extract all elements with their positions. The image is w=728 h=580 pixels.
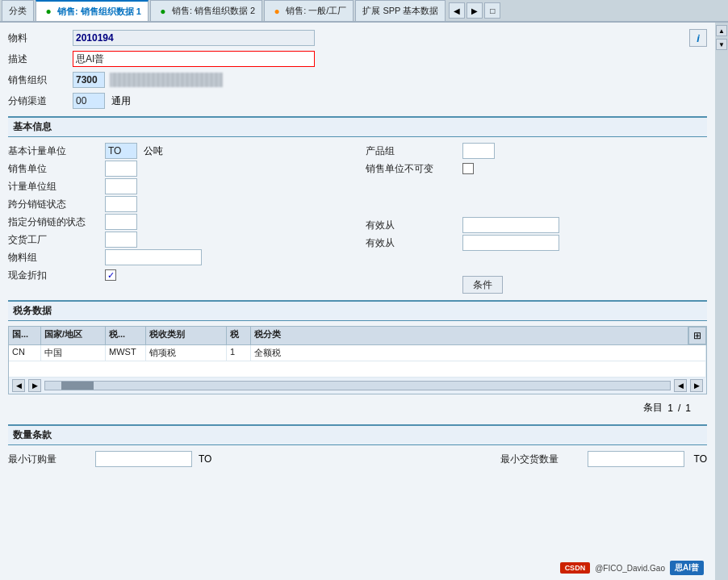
base-unit-label: 基本计量单位 xyxy=(8,144,105,158)
tab-salesplant[interactable]: ● 销售: 一般/工厂 xyxy=(264,0,354,21)
col-tax-code-header: 税... xyxy=(106,327,146,344)
cross-chain-field xyxy=(105,196,349,212)
entry-current: 1 xyxy=(667,403,673,414)
condition-button[interactable]: 条件 xyxy=(462,276,503,294)
scroll-up-btn[interactable]: ▲ xyxy=(716,25,727,36)
valid-from1-input[interactable] xyxy=(462,217,559,233)
product-group-row: 产品组 xyxy=(366,142,707,160)
tax-table-container: 国... 国家/地区 税... 税收类别 税 税分类 ⊞ CN 中国 MWST … xyxy=(8,326,707,394)
delivery-plant-label: 交货工厂 xyxy=(8,233,105,247)
channel-input[interactable] xyxy=(73,93,105,109)
unit-group-field xyxy=(105,178,349,194)
sales-unit-field xyxy=(105,161,349,177)
watermark: CSDN @FICO_David.Gao 思AI普 xyxy=(560,561,704,575)
min-order-input[interactable] xyxy=(95,451,192,467)
tab-next-btn[interactable]: ▶ xyxy=(467,2,483,19)
main-content: 物料 i 描述 销售组织 分销渠道 通用 xyxy=(0,23,715,580)
delivery-plant-input[interactable] xyxy=(105,232,137,248)
sales-unit-row: 销售单位 xyxy=(8,160,349,177)
tax-scrollbar-h[interactable] xyxy=(44,381,671,390)
product-group-input[interactable] xyxy=(462,143,495,159)
entry-total: 1 xyxy=(685,403,691,414)
tax-cell-country-name: 中国 xyxy=(41,345,106,361)
entry-label: 条目 xyxy=(643,401,663,415)
tax-h-nav-right-btn[interactable]: ▶ xyxy=(690,379,703,392)
sales-unit-fixed-checkbox[interactable] xyxy=(462,163,474,174)
tab-spp[interactable]: 扩展 SPP 基本数据 xyxy=(355,0,446,21)
base-unit-row: 基本计量单位 公吨 xyxy=(8,142,349,160)
scroll-down-btn[interactable]: ▼ xyxy=(716,39,727,50)
watermark-logo: CSDN xyxy=(560,562,591,574)
tax-scroll-thumb xyxy=(61,382,94,390)
min-delivery-input[interactable] xyxy=(588,451,684,467)
material-row: 物料 i xyxy=(8,29,707,47)
tax-table-row-empty xyxy=(9,361,706,378)
base-unit-suffix: 公吨 xyxy=(144,144,163,158)
basic-info-section-header: 基本信息 xyxy=(8,116,707,137)
col-tax-class-header: 税分类 xyxy=(251,327,688,344)
desc-input[interactable] xyxy=(73,51,315,67)
designated-chain-field xyxy=(105,214,349,230)
designated-chain-label: 指定分销链的状态 xyxy=(8,215,105,229)
tab-prev-btn[interactable]: ◀ xyxy=(449,2,465,19)
info-button[interactable]: i xyxy=(689,29,707,47)
tax-section-header: 税务数据 xyxy=(8,300,707,321)
tax-cell-tax-rate: 1 xyxy=(227,345,251,361)
tax-h-nav-left-btn[interactable]: ◀ xyxy=(674,379,687,392)
tax-nav-right-btn[interactable]: ▶ xyxy=(28,379,41,392)
tax-table-header: 国... 国家/地区 税... 税收类别 税 税分类 ⊞ xyxy=(9,327,706,345)
col-tax-category-header: 税收类别 xyxy=(146,327,227,344)
cross-chain-row: 跨分销链状态 xyxy=(8,195,349,213)
delivery-plant-row: 交货工厂 xyxy=(8,231,349,248)
delivery-plant-field xyxy=(105,232,349,248)
designated-chain-input[interactable] xyxy=(105,214,137,230)
min-order-label: 最小订购量 xyxy=(8,453,89,466)
tab-sales1[interactable]: ● 销售: 销售组织数据 1 xyxy=(36,0,149,21)
valid-from2-row: 有效从 xyxy=(366,234,707,252)
tab-sales1-icon: ● xyxy=(43,6,54,17)
product-group-label: 产品组 xyxy=(366,144,462,158)
valid-from2-label: 有效从 xyxy=(366,236,462,250)
channel-desc: 通用 xyxy=(111,94,131,108)
valid-from1-field xyxy=(462,217,707,233)
material-input[interactable] xyxy=(73,30,315,46)
qty-section-header: 数量条款 xyxy=(8,424,707,445)
tax-nav-left-btn[interactable]: ◀ xyxy=(12,379,25,392)
material-group-input[interactable] xyxy=(105,249,202,265)
tab-bar: 分类 ● 销售: 销售组织数据 1 ● 销售: 销售组织数据 2 ● 销售: 一… xyxy=(0,0,728,23)
right-scrollbar: ▲ ▼ xyxy=(715,23,728,580)
sales-unit-fixed-field xyxy=(462,163,707,174)
valid-from2-field xyxy=(462,235,707,251)
col-tax-rate-header: 税 xyxy=(227,327,251,344)
tax-cell-tax-class: 全额税 xyxy=(251,345,706,361)
tab-salesplant-label: 销售: 一般/工厂 xyxy=(286,5,346,17)
cross-chain-input[interactable] xyxy=(105,196,137,212)
tab-sales1-label: 销售: 销售组织数据 1 xyxy=(57,6,141,18)
salesorg-input[interactable] xyxy=(73,72,105,88)
watermark-brand: 思AI普 xyxy=(670,561,704,575)
tax-grid-config-btn[interactable]: ⊞ xyxy=(688,327,706,344)
header-section: 物料 i 描述 销售组织 分销渠道 通用 xyxy=(8,29,707,110)
tax-table-row-1: CN 中国 MWST 销项税 1 全额税 xyxy=(9,345,706,361)
tab-maximize-btn[interactable]: □ xyxy=(484,2,500,19)
unit-group-input[interactable] xyxy=(105,178,137,194)
valid-from2-input[interactable] xyxy=(462,235,559,251)
tax-cell-country: CN xyxy=(9,345,41,361)
tab-classify-label: 分类 xyxy=(9,5,27,17)
sales-unit-input[interactable] xyxy=(105,161,137,177)
min-order-unit: TO xyxy=(199,453,211,465)
main-container: 分类 ● 销售: 销售组织数据 1 ● 销售: 销售组织数据 2 ● 销售: 一… xyxy=(0,0,728,580)
cash-discount-checkbox[interactable] xyxy=(105,269,116,281)
basic-info-left: 基本计量单位 公吨 销售单位 计量单位组 xyxy=(8,142,349,294)
content-area: 物料 i 描述 销售组织 分销渠道 通用 xyxy=(0,23,728,580)
tab-classify[interactable]: 分类 xyxy=(2,0,34,21)
sales-unit-label: 销售单位 xyxy=(8,162,105,176)
designated-chain-row: 指定分销链的状态 xyxy=(8,213,349,231)
tab-sales2[interactable]: ● 销售: 销售组织数据 2 xyxy=(150,0,262,21)
base-unit-input[interactable] xyxy=(105,143,137,159)
desc-label: 描述 xyxy=(8,52,73,66)
col-country-header: 国... xyxy=(9,327,41,344)
qty-section: 最小订购量 TO 最小交货数量 TO xyxy=(8,450,707,468)
base-unit-field: 公吨 xyxy=(105,143,349,159)
cross-chain-label: 跨分销链状态 xyxy=(8,198,105,211)
